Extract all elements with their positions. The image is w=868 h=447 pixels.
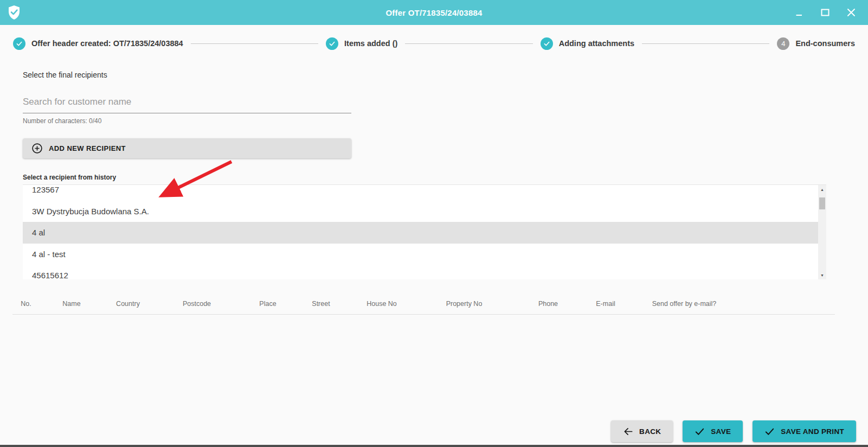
list-item[interactable]: 4 al - test xyxy=(23,244,818,265)
check-icon xyxy=(764,426,775,437)
step-label: End-consumers xyxy=(795,39,855,48)
list-item[interactable]: 45615612 xyxy=(23,265,818,279)
stepper-step-3[interactable]: Adding attachments xyxy=(541,37,634,50)
add-new-recipient-label: ADD NEW RECIPIENT xyxy=(49,144,126,152)
maximize-button[interactable] xyxy=(816,3,834,22)
stepper-step-4[interactable]: 4End-consumers xyxy=(777,37,855,50)
column-header: House No xyxy=(348,300,416,308)
recipient-history-list: 1235673W Dystrybucja Budowlana S.A.4 al4… xyxy=(23,184,826,279)
step-check-icon xyxy=(541,37,553,50)
history-label: Select a recipient from history xyxy=(23,174,868,181)
arrow-left-icon xyxy=(623,426,633,437)
close-icon xyxy=(846,7,857,18)
column-header: E-mail xyxy=(584,300,627,308)
list-item[interactable]: 4 al xyxy=(23,222,818,244)
add-new-recipient-button[interactable]: ADD NEW RECIPIENT xyxy=(23,138,351,158)
column-header: Name xyxy=(40,300,104,308)
window-title: Offer OT/71835/24/03884 xyxy=(0,8,868,17)
main-content: Select the final recipients Number of ch… xyxy=(0,71,868,315)
step-connector xyxy=(405,43,532,44)
step-label: Adding attachments xyxy=(559,39,634,48)
scrollbar[interactable]: ▲ ▼ xyxy=(818,185,826,279)
titlebar: Offer OT/71835/24/03884 xyxy=(0,0,868,25)
search-field: Number of characters: 0/40 xyxy=(23,93,351,125)
column-header: Postcode xyxy=(152,300,241,308)
step-check-icon xyxy=(13,37,25,50)
recipients-table-header: No.NameCountryPostcodePlaceStreetHouse N… xyxy=(12,293,835,315)
save-and-print-button[interactable]: SAVE AND PRINT xyxy=(753,420,856,442)
step-connector xyxy=(642,43,769,44)
stepper-step-2[interactable]: Items added () xyxy=(326,37,397,50)
column-header: Street xyxy=(294,300,348,308)
list-item[interactable]: 123567 xyxy=(23,184,818,201)
wizard-stepper: Offer header created: OT/71835/24/03884I… xyxy=(0,27,868,60)
step-connector xyxy=(191,43,318,44)
character-count: Number of characters: 0/40 xyxy=(23,117,351,125)
scrollbar-thumb[interactable] xyxy=(819,197,825,209)
scroll-down-icon[interactable]: ▼ xyxy=(818,271,826,279)
minimize-icon xyxy=(794,7,805,18)
minimize-button[interactable] xyxy=(790,3,808,22)
check-icon xyxy=(695,426,705,437)
taskbar-edge xyxy=(0,445,868,447)
step-number-badge: 4 xyxy=(777,37,789,50)
column-header: Place xyxy=(241,300,294,308)
column-header: Property No xyxy=(416,300,512,308)
column-header: Country xyxy=(104,300,152,308)
step-label: Offer header created: OT/71835/24/03884 xyxy=(31,39,183,48)
customer-search-input[interactable] xyxy=(23,93,351,113)
close-button[interactable] xyxy=(842,3,860,22)
app-window: Offer OT/71835/24/03884 Offer header cre… xyxy=(0,0,868,447)
back-button[interactable]: BACK xyxy=(611,420,673,442)
section-label: Select the final recipients xyxy=(23,71,868,79)
scroll-up-icon[interactable]: ▲ xyxy=(818,186,826,194)
stepper-step-1[interactable]: Offer header created: OT/71835/24/03884 xyxy=(13,37,183,50)
column-header: Phone xyxy=(512,300,584,308)
save-and-print-label: SAVE AND PRINT xyxy=(781,427,844,436)
footer-actions: BACK SAVE SAVE AND PRINT xyxy=(611,420,856,442)
shield-check-icon xyxy=(8,4,22,21)
step-label: Items added () xyxy=(344,39,397,48)
list-item[interactable]: 3W Dystrybucja Budowlana S.A. xyxy=(23,201,818,222)
maximize-icon xyxy=(820,7,831,18)
save-button[interactable]: SAVE xyxy=(683,420,743,442)
column-header: No. xyxy=(12,300,40,308)
column-header: Send offer by e-mail? xyxy=(627,300,741,308)
save-label: SAVE xyxy=(711,427,731,436)
plus-circle-icon xyxy=(31,143,43,154)
step-check-icon xyxy=(326,37,338,50)
back-label: BACK xyxy=(639,427,661,436)
window-controls xyxy=(790,3,860,22)
